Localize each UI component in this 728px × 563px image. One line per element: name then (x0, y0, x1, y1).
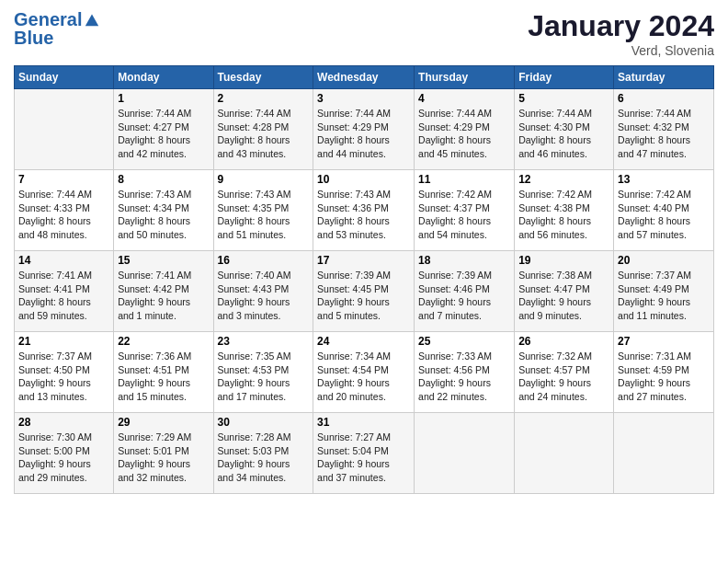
weekday-header-row: SundayMondayTuesdayWednesdayThursdayFrid… (15, 66, 714, 89)
calendar-cell: 12Sunrise: 7:42 AMSunset: 4:38 PMDayligh… (515, 170, 614, 251)
day-info: Sunrise: 7:44 AMSunset: 4:30 PMDaylight:… (518, 107, 609, 161)
day-info: Sunrise: 7:42 AMSunset: 4:37 PMDaylight:… (418, 188, 510, 242)
title-section: January 2024 Verd, Slovenia (528, 9, 714, 58)
week-row-0: 1Sunrise: 7:44 AMSunset: 4:27 PMDaylight… (15, 89, 714, 170)
calendar-cell: 19Sunrise: 7:38 AMSunset: 4:47 PMDayligh… (515, 251, 614, 332)
calendar-cell: 16Sunrise: 7:40 AMSunset: 4:43 PMDayligh… (213, 251, 313, 332)
day-number: 8 (118, 173, 209, 186)
day-info: Sunrise: 7:42 AMSunset: 4:40 PMDaylight:… (618, 188, 710, 242)
day-info: Sunrise: 7:38 AMSunset: 4:47 PMDaylight:… (518, 269, 609, 323)
calendar-container: General Blue January 2024 Verd, Slovenia… (0, 0, 728, 503)
day-number: 29 (118, 416, 209, 429)
week-row-4: 28Sunrise: 7:30 AMSunset: 5:00 PMDayligh… (15, 413, 714, 494)
day-info: Sunrise: 7:43 AMSunset: 4:34 PMDaylight:… (118, 188, 209, 242)
week-row-1: 7Sunrise: 7:44 AMSunset: 4:33 PMDaylight… (15, 170, 714, 251)
day-info: Sunrise: 7:43 AMSunset: 4:35 PMDaylight:… (218, 188, 310, 242)
day-number: 17 (317, 254, 410, 267)
day-info: Sunrise: 7:30 AMSunset: 5:00 PMDaylight:… (18, 431, 109, 485)
calendar-cell: 21Sunrise: 7:37 AMSunset: 4:50 PMDayligh… (15, 332, 114, 413)
day-number: 11 (418, 173, 510, 186)
day-number: 25 (418, 335, 510, 348)
calendar-cell: 27Sunrise: 7:31 AMSunset: 4:59 PMDayligh… (614, 332, 714, 413)
day-info: Sunrise: 7:39 AMSunset: 4:46 PMDaylight:… (418, 269, 510, 323)
day-number: 4 (418, 92, 510, 105)
calendar-cell: 30Sunrise: 7:28 AMSunset: 5:03 PMDayligh… (213, 413, 313, 494)
day-number: 13 (618, 173, 710, 186)
location: Verd, Slovenia (528, 43, 714, 58)
calendar-cell: 4Sunrise: 7:44 AMSunset: 4:29 PMDaylight… (415, 89, 515, 170)
day-info: Sunrise: 7:36 AMSunset: 4:51 PMDaylight:… (118, 350, 209, 404)
day-info: Sunrise: 7:44 AMSunset: 4:27 PMDaylight:… (118, 107, 209, 161)
calendar-cell: 29Sunrise: 7:29 AMSunset: 5:01 PMDayligh… (114, 413, 213, 494)
calendar-cell: 17Sunrise: 7:39 AMSunset: 4:45 PMDayligh… (313, 251, 415, 332)
day-number: 10 (317, 173, 410, 186)
calendar-cell: 31Sunrise: 7:27 AMSunset: 5:04 PMDayligh… (313, 413, 415, 494)
day-info: Sunrise: 7:28 AMSunset: 5:03 PMDaylight:… (218, 431, 310, 485)
calendar-cell (614, 413, 714, 494)
day-number: 5 (518, 92, 609, 105)
logo: General Blue (14, 9, 100, 48)
calendar-cell: 8Sunrise: 7:43 AMSunset: 4:34 PMDaylight… (114, 170, 213, 251)
weekday-header-wednesday: Wednesday (313, 66, 415, 89)
weekday-header-friday: Friday (515, 66, 614, 89)
calendar-cell: 10Sunrise: 7:43 AMSunset: 4:36 PMDayligh… (313, 170, 415, 251)
day-number: 27 (618, 335, 710, 348)
day-number: 30 (218, 416, 310, 429)
day-info: Sunrise: 7:43 AMSunset: 4:36 PMDaylight:… (317, 188, 410, 242)
day-info: Sunrise: 7:29 AMSunset: 5:01 PMDaylight:… (118, 431, 209, 485)
calendar-table: SundayMondayTuesdayWednesdayThursdayFrid… (14, 65, 714, 494)
day-info: Sunrise: 7:34 AMSunset: 4:54 PMDaylight:… (317, 350, 410, 404)
weekday-header-thursday: Thursday (415, 66, 515, 89)
logo-text: General (14, 9, 82, 29)
calendar-cell: 20Sunrise: 7:37 AMSunset: 4:49 PMDayligh… (614, 251, 714, 332)
logo-blue: Blue (14, 28, 100, 48)
calendar-cell: 14Sunrise: 7:41 AMSunset: 4:41 PMDayligh… (15, 251, 114, 332)
calendar-cell: 6Sunrise: 7:44 AMSunset: 4:32 PMDaylight… (614, 89, 714, 170)
day-number: 23 (218, 335, 310, 348)
calendar-cell: 26Sunrise: 7:32 AMSunset: 4:57 PMDayligh… (515, 332, 614, 413)
svg-marker-0 (85, 15, 98, 27)
day-info: Sunrise: 7:44 AMSunset: 4:28 PMDaylight:… (218, 107, 310, 161)
day-info: Sunrise: 7:33 AMSunset: 4:56 PMDaylight:… (418, 350, 510, 404)
day-info: Sunrise: 7:35 AMSunset: 4:53 PMDaylight:… (218, 350, 310, 404)
weekday-header-sunday: Sunday (15, 66, 114, 89)
day-number: 7 (18, 173, 109, 186)
day-info: Sunrise: 7:42 AMSunset: 4:38 PMDaylight:… (518, 188, 609, 242)
day-info: Sunrise: 7:37 AMSunset: 4:49 PMDaylight:… (618, 269, 710, 323)
day-number: 22 (118, 335, 209, 348)
day-info: Sunrise: 7:39 AMSunset: 4:45 PMDaylight:… (317, 269, 410, 323)
calendar-cell: 18Sunrise: 7:39 AMSunset: 4:46 PMDayligh… (415, 251, 515, 332)
day-number: 31 (317, 416, 410, 429)
calendar-cell: 2Sunrise: 7:44 AMSunset: 4:28 PMDaylight… (213, 89, 313, 170)
day-number: 16 (218, 254, 310, 267)
day-number: 3 (317, 92, 410, 105)
day-info: Sunrise: 7:32 AMSunset: 4:57 PMDaylight:… (518, 350, 609, 404)
calendar-cell (15, 89, 114, 170)
calendar-cell: 1Sunrise: 7:44 AMSunset: 4:27 PMDaylight… (114, 89, 213, 170)
day-number: 6 (618, 92, 710, 105)
day-info: Sunrise: 7:44 AMSunset: 4:29 PMDaylight:… (418, 107, 510, 161)
day-number: 2 (218, 92, 310, 105)
month-title: January 2024 (528, 9, 714, 43)
logo-icon (84, 11, 100, 28)
weekday-header-monday: Monday (114, 66, 213, 89)
calendar-cell: 7Sunrise: 7:44 AMSunset: 4:33 PMDaylight… (15, 170, 114, 251)
calendar-cell (415, 413, 515, 494)
day-number: 15 (118, 254, 209, 267)
calendar-cell: 25Sunrise: 7:33 AMSunset: 4:56 PMDayligh… (415, 332, 515, 413)
header: General Blue January 2024 Verd, Slovenia (14, 9, 714, 58)
calendar-cell: 22Sunrise: 7:36 AMSunset: 4:51 PMDayligh… (114, 332, 213, 413)
day-number: 24 (317, 335, 410, 348)
calendar-cell: 13Sunrise: 7:42 AMSunset: 4:40 PMDayligh… (614, 170, 714, 251)
calendar-cell: 24Sunrise: 7:34 AMSunset: 4:54 PMDayligh… (313, 332, 415, 413)
day-number: 20 (618, 254, 710, 267)
day-info: Sunrise: 7:40 AMSunset: 4:43 PMDaylight:… (218, 269, 310, 323)
day-number: 28 (18, 416, 109, 429)
day-info: Sunrise: 7:44 AMSunset: 4:32 PMDaylight:… (618, 107, 710, 161)
week-row-3: 21Sunrise: 7:37 AMSunset: 4:50 PMDayligh… (15, 332, 714, 413)
day-number: 12 (518, 173, 609, 186)
calendar-cell: 9Sunrise: 7:43 AMSunset: 4:35 PMDaylight… (213, 170, 313, 251)
day-number: 26 (518, 335, 609, 348)
day-info: Sunrise: 7:37 AMSunset: 4:50 PMDaylight:… (18, 350, 109, 404)
calendar-cell: 5Sunrise: 7:44 AMSunset: 4:30 PMDaylight… (515, 89, 614, 170)
